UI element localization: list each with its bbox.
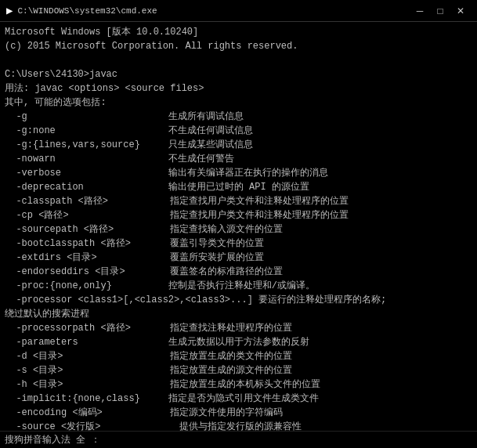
titlebar-left: ▶ C:\WINDOWS\system32\cmd.exe	[6, 4, 157, 17]
titlebar-controls[interactable]: ─ □ ✕	[410, 3, 471, 19]
cmd-icon: ▶	[6, 4, 13, 17]
titlebar: ▶ C:\WINDOWS\system32\cmd.exe ─ □ ✕	[0, 0, 477, 22]
window-title: C:\WINDOWS\system32\cmd.exe	[17, 6, 157, 16]
terminal-content: Microsoft Windows [版本 10.0.10240] (c) 20…	[0, 22, 477, 431]
statusbar: 搜狗拼音输入法 全 ：	[0, 431, 477, 448]
close-button[interactable]: ✕	[450, 3, 471, 19]
statusbar-text: 搜狗拼音输入法 全 ：	[5, 433, 100, 446]
cmd-window: ▶ C:\WINDOWS\system32\cmd.exe ─ □ ✕ Micr…	[0, 0, 477, 448]
terminal-text: Microsoft Windows [版本 10.0.10240] (c) 20…	[5, 25, 472, 431]
maximize-button[interactable]: □	[430, 3, 450, 19]
minimize-button[interactable]: ─	[410, 3, 430, 19]
